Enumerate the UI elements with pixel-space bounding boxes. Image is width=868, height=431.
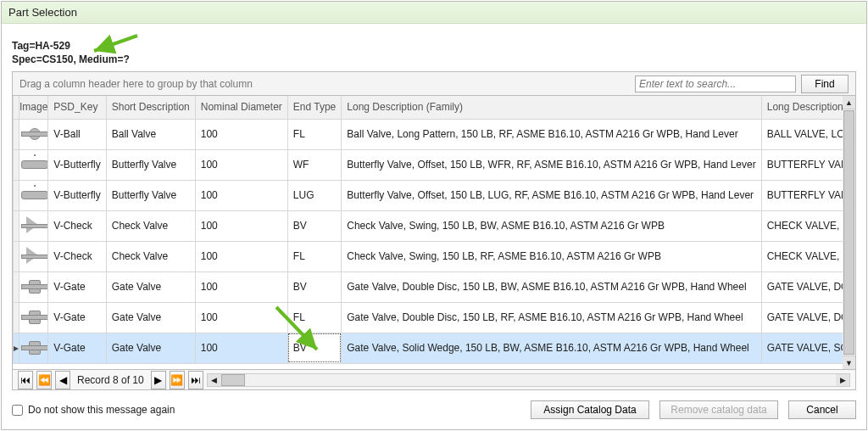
col-end-type[interactable]: End Type — [287, 96, 341, 119]
row-indicator — [14, 119, 19, 149]
cell-end-type: FL — [287, 119, 341, 149]
tag-spec-block: Tag=HA-529 Spec=CS150, Medium=? — [2, 24, 866, 75]
cell-long-family: Check Valve, Swing, 150 LB, RF, ASME B16… — [342, 241, 761, 271]
group-by-hint[interactable]: Drag a column header here to group by th… — [19, 78, 630, 90]
cell-nominal-diameter: 100 — [195, 180, 287, 210]
col-image[interactable]: Image — [19, 96, 48, 119]
tag-line: Tag=HA-529 — [12, 39, 860, 53]
table-row[interactable]: V-ButterflyButterfly Valve100LUGButterfl… — [14, 180, 857, 210]
cell-long-family: Butterfly Valve, Offset, 150 LB, WFR, RF… — [342, 149, 761, 180]
table-row[interactable]: V-BallBall Valve100FLBall Valve, Long Pa… — [14, 119, 857, 149]
col-nominal-diameter[interactable]: Nominal Diameter — [195, 96, 287, 119]
do-not-show-again-label[interactable]: Do not show this message again — [12, 404, 175, 416]
checkbox-text: Do not show this message again — [28, 404, 175, 416]
cell-psd-key: V-Gate — [48, 302, 106, 333]
cell-end-type: BV — [287, 210, 341, 241]
search-input[interactable] — [635, 76, 796, 92]
table-row[interactable]: V-ButterflyButterfly Valve100WFButterfly… — [14, 149, 857, 180]
nav-next-button[interactable]: ▶ — [151, 371, 166, 389]
cell-psd-key: V-Ball — [48, 119, 106, 149]
row-indicator — [14, 210, 19, 241]
scroll-down-icon[interactable]: ▼ — [843, 355, 855, 369]
valve-icon — [21, 338, 47, 356]
cell-end-type: WF — [287, 149, 341, 180]
nav-last-button[interactable]: ⏭ — [188, 371, 203, 389]
vertical-scrollbar[interactable]: ▲ ▼ — [843, 95, 856, 370]
cell-short-description: Butterfly Valve — [106, 149, 195, 180]
valve-icon — [21, 246, 47, 265]
valve-icon-cell — [19, 241, 48, 271]
remove-catalog-data-button: Remove catalog data — [659, 400, 778, 419]
valve-icon — [21, 154, 47, 173]
nav-prev-button[interactable]: ◀ — [55, 371, 70, 389]
do-not-show-again-checkbox[interactable] — [12, 405, 23, 416]
cell-nominal-diameter: 100 — [195, 271, 287, 302]
cell-psd-key: V-Check — [48, 210, 106, 241]
table-row[interactable]: V-CheckCheck Valve100FLCheck Valve, Swin… — [14, 241, 857, 271]
nav-first-button[interactable]: ⏮ — [18, 371, 33, 389]
col-short-description[interactable]: Short Description — [106, 96, 195, 119]
assign-catalog-data-button[interactable]: Assign Catalog Data — [531, 400, 649, 419]
cell-psd-key: V-Gate — [48, 271, 106, 302]
row-indicator — [14, 180, 19, 210]
scroll-thumb[interactable] — [843, 110, 854, 355]
col-long-description-family[interactable]: Long Description (Family) — [342, 96, 761, 119]
cell-long-family: Ball Valve, Long Pattern, 150 LB, RF, AS… — [342, 119, 761, 149]
scroll-up-icon[interactable]: ▲ — [843, 96, 855, 109]
row-indicator — [14, 149, 19, 180]
cell-short-description: Gate Valve — [106, 271, 195, 302]
valve-icon-cell — [19, 210, 48, 241]
row-indicator-header — [14, 96, 19, 119]
spec-line: Spec=CS150, Medium=? — [12, 53, 860, 66]
cell-end-type: BV — [287, 271, 341, 302]
cell-long-family: Gate Valve, Double Disc, 150 LB, BW, ASM… — [342, 271, 761, 302]
table-row[interactable]: ▸V-GateGate Valve100BVGate Valve, Solid … — [14, 333, 857, 363]
valve-icon — [21, 216, 47, 234]
grid-footer: ⏮ ⏪ ◀ Record 8 of 10 ▶ ⏩ ⏭ ◀ ▶ — [12, 370, 856, 390]
cell-end-type: FL — [287, 241, 341, 271]
valve-icon — [21, 124, 47, 143]
cell-nominal-diameter: 100 — [195, 119, 287, 149]
cell-long-family: Check Valve, Swing, 150 LB, BW, ASME B16… — [342, 210, 761, 241]
cell-short-description: Butterfly Valve — [106, 180, 195, 210]
nav-prevpage-button[interactable]: ⏪ — [36, 371, 52, 389]
cancel-button[interactable]: Cancel — [788, 400, 856, 419]
nav-nextpage-button[interactable]: ⏩ — [170, 371, 185, 389]
cell-psd-key: V-Butterfly — [48, 149, 106, 180]
dialog-title: Part Selection — [2, 2, 866, 24]
table-row[interactable]: V-GateGate Valve100BVGate Valve, Double … — [14, 271, 857, 302]
table-row[interactable]: V-GateGate Valve100FLGate Valve, Double … — [14, 302, 857, 333]
cell-end-type: FL — [287, 302, 341, 333]
row-indicator — [14, 271, 19, 302]
valve-table: Image PSD_Key Short Description Nominal … — [13, 96, 856, 364]
cell-short-description: Check Valve — [106, 241, 195, 271]
valve-icon — [21, 185, 47, 204]
valve-icon-cell — [19, 149, 48, 180]
dialog-footer: Do not show this message again Assign Ca… — [2, 390, 866, 429]
valve-icon-cell — [19, 180, 48, 210]
cell-long-family: Gate Valve, Solid Wedge, 150 LB, BW, ASM… — [342, 333, 761, 363]
col-psd-key[interactable]: PSD_Key — [48, 96, 106, 119]
hscroll-thumb[interactable] — [221, 374, 245, 386]
cell-psd-key: V-Check — [48, 241, 106, 271]
cell-nominal-diameter: 100 — [195, 210, 287, 241]
find-button[interactable]: Find — [801, 75, 849, 93]
part-selection-dialog: Part Selection Tag=HA-529 Spec=CS150, Me… — [1, 1, 867, 430]
spec-prefix: Spec=CS150, — [12, 53, 79, 65]
scroll-right-icon[interactable]: ▶ — [836, 374, 849, 386]
cell-nominal-diameter: 100 — [195, 302, 287, 333]
grid-toolbar: Drag a column header here to group by th… — [12, 71, 856, 95]
header-row: Image PSD_Key Short Description Nominal … — [14, 96, 857, 119]
valve-icon — [21, 277, 47, 295]
data-grid: Image PSD_Key Short Description Nominal … — [12, 95, 856, 370]
record-counter: Record 8 of 10 — [77, 374, 144, 386]
cell-psd-key: V-Gate — [48, 333, 106, 363]
scroll-left-icon[interactable]: ◀ — [208, 374, 221, 386]
cell-short-description: Gate Valve — [106, 333, 195, 363]
table-row[interactable]: V-CheckCheck Valve100BVCheck Valve, Swin… — [14, 210, 857, 241]
valve-icon-cell — [19, 119, 48, 149]
valve-icon-cell — [19, 333, 48, 363]
horizontal-scrollbar[interactable]: ◀ ▶ — [207, 373, 850, 387]
cell-long-family: Butterfly Valve, Offset, 150 LB, LUG, RF… — [342, 180, 761, 210]
row-indicator: ▸ — [14, 333, 19, 363]
